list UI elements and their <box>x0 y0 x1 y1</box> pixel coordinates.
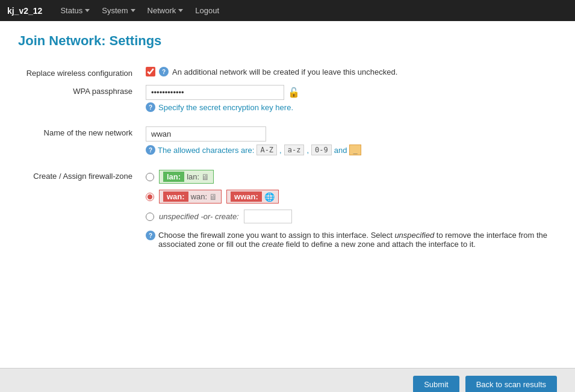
row-firewall-zone: Create / Assign firewall-zone lan: lan: … <box>18 166 557 252</box>
wpa-control: 🔓 ? Specify the secret encryption key he… <box>138 81 557 116</box>
nav-logout-label: Logout <box>195 6 219 15</box>
char-comma-2: , <box>306 146 309 155</box>
nav-status[interactable]: Status <box>54 0 96 21</box>
wan-icon: 🖥 <box>209 192 217 202</box>
firewall-zone-wwan-box: wwan: 🌐 <box>226 190 279 204</box>
nav-logout[interactable]: Logout <box>189 0 225 21</box>
submit-button[interactable]: Submit <box>413 376 459 392</box>
footer-bar: Submit Back to scan results <box>0 368 575 392</box>
firewall-zone-wan-radio[interactable] <box>146 193 154 201</box>
page-title: Join Network: Settings <box>18 33 557 49</box>
replace-wireless-row: ? An additional network will be created … <box>146 67 551 76</box>
allowed-chars-label: The allowed characters are: <box>158 146 254 155</box>
char-badge-az: a-z <box>284 145 305 155</box>
replace-wireless-checkbox[interactable] <box>146 67 155 76</box>
firewall-help-text: Choose the firewall zone you want to ass… <box>158 231 551 249</box>
char-badge-AZ: A-Z <box>256 145 277 155</box>
main-content: Join Network: Settings Replace wireless … <box>0 21 575 368</box>
network-name-control: ? The allowed characters are: A-Z , a-z … <box>138 123 557 159</box>
wpa-help-icon: ? <box>146 102 155 112</box>
replace-wireless-info: An additional network will be created if… <box>172 67 397 76</box>
allowed-chars-row: ? The allowed characters are: A-Z , a-z … <box>146 145 551 155</box>
wpa-help-row: ? Specify the secret encryption key here… <box>146 102 551 112</box>
firewall-zone-wan-label: wan: <box>163 191 188 202</box>
replace-wireless-help-icon: ? <box>159 67 169 76</box>
firewall-zone-lan-box: lan: lan: 🖥 <box>159 170 214 184</box>
char-badge-underscore: _ <box>349 145 361 155</box>
nav-system-arrow <box>131 9 135 12</box>
firewall-zone-wan-row: wan: wan: 🖥 wwan: 🌐 <box>146 190 551 204</box>
firewall-zone-control: lan: lan: 🖥 wan: wan: 🖥 <box>138 166 557 252</box>
toggle-password-icon[interactable]: 🔓 <box>288 87 300 98</box>
firewall-help-row: ? Choose the firewall zone you want to a… <box>146 231 551 249</box>
firewall-zone-wwan-chip: 🌐 <box>264 192 275 202</box>
wwan-icon: 🌐 <box>264 192 275 202</box>
navbar: kj_v2_12 Status System Network Logout <box>0 0 575 21</box>
back-button[interactable]: Back to scan results <box>465 376 557 392</box>
network-name-label: Name of the new network <box>18 123 138 159</box>
row-network-name: Name of the new network ? The allowed ch… <box>18 123 557 159</box>
nav-system[interactable]: System <box>96 0 141 21</box>
replace-wireless-label: Replace wireless configuration <box>18 63 138 81</box>
firewall-zone-label: Create / Assign firewall-zone <box>18 166 138 252</box>
replace-wireless-control: ? An additional network will be created … <box>138 63 557 81</box>
nav-network-label: Network <box>148 6 176 15</box>
char-comma-1: , <box>279 146 282 155</box>
char-and: and <box>334 146 347 155</box>
lan-icon: 🖥 <box>201 172 210 182</box>
nav-system-label: System <box>102 6 128 15</box>
navbar-brand: kj_v2_12 <box>7 6 42 16</box>
unspecified-container: unspecified -or- create: <box>159 210 292 223</box>
settings-form: Replace wireless configuration ? An addi… <box>18 63 557 252</box>
nav-status-label: Status <box>60 6 82 15</box>
unspecified-create-input[interactable] <box>244 210 292 223</box>
wpa-input[interactable] <box>146 85 284 100</box>
wpa-help-text: Specify the secret encryption key here. <box>158 103 293 112</box>
firewall-zone-unspecified-row: unspecified -or- create: <box>146 210 551 223</box>
unspecified-label: unspecified -or- create: <box>159 212 239 221</box>
firewall-zone-unspecified-radio[interactable] <box>146 213 154 221</box>
row-wpa: WPA passphrase 🔓 ? Specify the secret en… <box>18 81 557 116</box>
nav-network-arrow <box>178 9 183 12</box>
firewall-zone-wan-box: wan: wan: 🖥 <box>159 190 222 204</box>
firewall-zone-lan-chip: lan: 🖥 <box>187 172 210 182</box>
firewall-zone-lan-row: lan: lan: 🖥 <box>146 170 551 184</box>
firewall-zone-lan-radio[interactable] <box>146 173 154 181</box>
nav-status-arrow <box>85 9 90 12</box>
network-name-input[interactable] <box>146 126 266 142</box>
char-badge-09: 0-9 <box>311 145 332 155</box>
row-replace-wireless: Replace wireless configuration ? An addi… <box>18 63 557 81</box>
firewall-zone-wan-chip: wan: 🖥 <box>191 192 217 202</box>
nav-network[interactable]: Network <box>141 0 190 21</box>
wpa-label: WPA passphrase <box>18 81 138 116</box>
network-name-help-icon: ? <box>146 145 155 155</box>
firewall-help-icon: ? <box>146 231 155 240</box>
firewall-zone-lan-label: lan: <box>163 172 184 182</box>
firewall-zone-wwan-label: wwan: <box>231 191 262 202</box>
